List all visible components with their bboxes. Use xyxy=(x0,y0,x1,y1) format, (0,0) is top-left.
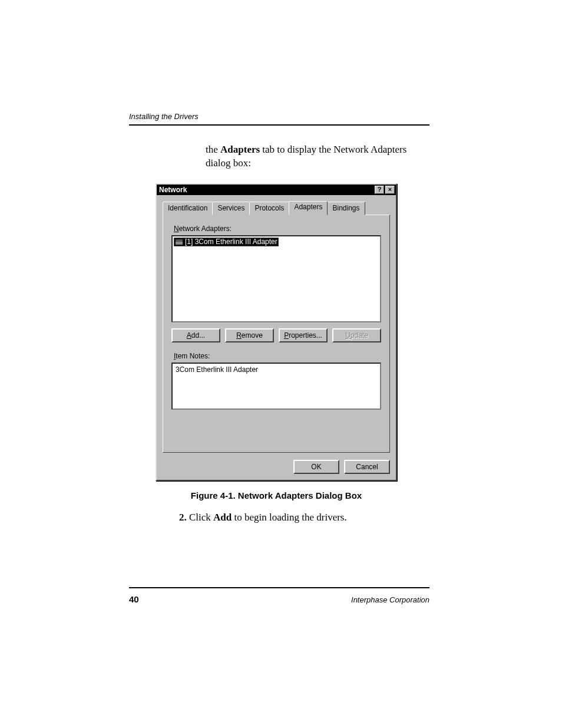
close-icon: × xyxy=(388,186,392,193)
header-rule xyxy=(129,124,429,126)
ok-button[interactable]: OK xyxy=(293,460,339,474)
remove-button[interactable]: Remove xyxy=(225,328,274,342)
properties-button[interactable]: Properties... xyxy=(279,328,328,342)
tab-services[interactable]: Services xyxy=(212,202,250,215)
update-rest: pdate xyxy=(351,331,368,340)
remove-accel: R xyxy=(236,331,242,340)
intro-before: the xyxy=(206,144,220,155)
update-button: Update xyxy=(332,328,381,342)
page-footer: 40 Interphase Corporation xyxy=(129,587,429,604)
dialog-screenshot: Network ? × Identification Services Prot… xyxy=(156,183,429,481)
add-accel: A xyxy=(187,331,191,340)
close-button[interactable]: × xyxy=(385,186,395,194)
item-notes-text: 3Com Etherlink III Adapter xyxy=(176,365,258,374)
adapter-card-icon xyxy=(175,239,183,245)
help-icon: ? xyxy=(378,186,382,193)
tab-strip: Identification Services Protocols Adapte… xyxy=(163,202,390,215)
properties-rest: roperties... xyxy=(289,331,322,340)
footer-company: Interphase Corporation xyxy=(351,595,429,604)
tab-bindings[interactable]: Bindings xyxy=(327,202,365,215)
step-2: 2. Click Add to begin loading the driver… xyxy=(179,511,429,525)
page-number: 40 xyxy=(129,594,139,604)
cancel-button[interactable]: Cancel xyxy=(344,460,390,474)
adapter-item-selected[interactable]: [1] 3Com Etherlink III Adapter xyxy=(174,238,279,246)
remove-rest: emove xyxy=(242,331,263,340)
adapters-panel: Network Adapters: [1] 3Com Etherlink III… xyxy=(163,215,390,453)
properties-accel: P xyxy=(284,331,289,340)
step-bold: Add xyxy=(213,512,232,523)
tab-identification[interactable]: Identification xyxy=(163,202,213,215)
item-notes-label: Item Notes: xyxy=(174,352,381,360)
network-dialog: Network ? × Identification Services Prot… xyxy=(156,183,397,481)
intro-paragraph: the Adapters tab to display the Network … xyxy=(206,143,429,170)
footer-rule xyxy=(129,587,429,588)
dialog-body: Identification Services Protocols Adapte… xyxy=(157,195,396,460)
window-title: Network xyxy=(159,186,187,194)
step-after: to begin loading the drivers. xyxy=(232,512,346,523)
label-rest: etwork Adapters: xyxy=(179,225,232,233)
step-number: 2. xyxy=(179,512,187,523)
adapter-item-text: [1] 3Com Etherlink III Adapter xyxy=(185,238,277,246)
dialog-button-row: OK Cancel xyxy=(157,460,396,480)
update-accel: U xyxy=(345,331,351,340)
add-rest: dd... xyxy=(191,331,205,340)
adapters-listbox[interactable]: [1] 3Com Etherlink III Adapter xyxy=(171,235,381,322)
label-accel: N xyxy=(174,225,179,233)
tab-protocols[interactable]: Protocols xyxy=(249,202,289,215)
tab-adapters[interactable]: Adapters xyxy=(289,201,328,215)
help-button[interactable]: ? xyxy=(375,186,384,194)
adapter-button-row: Add... Remove Properties... Update xyxy=(171,328,381,342)
title-bar[interactable]: Network ? × xyxy=(157,185,396,195)
intro-bold: Adapters xyxy=(220,144,260,155)
figure-caption: Figure 4-1. Network Adapters Dialog Box xyxy=(156,490,397,500)
item-notes-box: 3Com Etherlink III Adapter xyxy=(171,363,381,410)
add-button[interactable]: Add... xyxy=(171,328,220,342)
notes-rest: tem Notes: xyxy=(176,352,210,360)
running-header: Installing the Drivers xyxy=(129,112,429,121)
network-adapters-label: Network Adapters: xyxy=(174,225,381,233)
step-before: Click xyxy=(187,512,213,523)
